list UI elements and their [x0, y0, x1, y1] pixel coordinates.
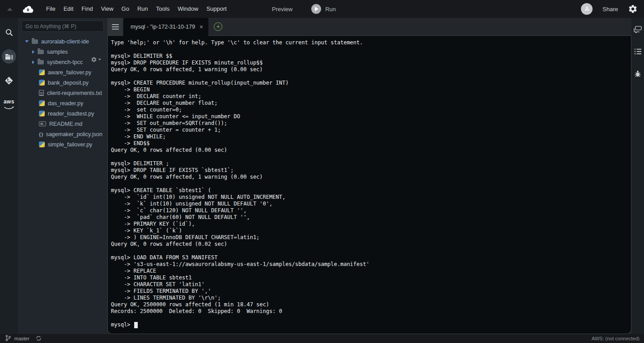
terminal-line: mysql> DELIMITER $$: [111, 53, 627, 60]
terminal-tab[interactable]: mysql - "ip-172-31-10-179 ×: [123, 18, 208, 36]
new-tab-button[interactable]: +: [214, 22, 222, 31]
collapse-menubar-icon[interactable]: [7, 8, 13, 11]
tree-item-label: simple_failover.py: [48, 141, 92, 148]
preview-button[interactable]: Preview: [272, 6, 292, 13]
menu-item[interactable]: Support: [202, 0, 231, 18]
tab-close-icon[interactable]: ×: [199, 23, 203, 30]
menu-item[interactable]: Window: [174, 0, 202, 18]
terminal-line: -> PRIMARY KEY (`id`),: [111, 221, 627, 227]
tree-item-label: README.md: [49, 121, 82, 127]
tree-root-label: auroralab-client-ide: [41, 39, 89, 45]
terminal-line: mysql> DROP TABLE IF EXISTS `sbtest1`;: [111, 167, 627, 174]
terminal-line: [111, 315, 627, 322]
terminal-line: -> INTO TABLE sbtest1: [111, 274, 627, 281]
chevron-right-icon[interactable]: [32, 50, 34, 54]
menu-list: FileEditFindViewGoRunToolsWindowSupport: [42, 0, 231, 18]
aws-icon[interactable]: aws: [2, 98, 16, 112]
terminal-line: -> WHILE counter <= input_number DO: [111, 113, 627, 120]
terminal-line: -> ) ENGINE=InnoDB DEFAULT CHARSET=latin…: [111, 234, 627, 241]
terminal-output: Type 'help;' or '\h' for help. Type '\c'…: [111, 39, 627, 322]
terminal[interactable]: Type 'help;' or '\h' for help. Type '\c'…: [107, 36, 631, 334]
run-label: Run: [325, 6, 336, 13]
tree-item-label: aware_failover.py: [48, 69, 91, 76]
collaborate-icon[interactable]: [634, 26, 642, 35]
terminal-cursor: [134, 322, 138, 328]
terminal-line: -> DECLARE counter int;: [111, 93, 627, 100]
aws-connection-status[interactable]: AWS: (not connected): [592, 336, 640, 341]
terminal-line: [111, 73, 627, 80]
terminal-line: mysql> DROP PROCEDURE IF EXISTS minute_r…: [111, 60, 627, 66]
terminal-prompt: mysql>: [111, 322, 134, 328]
menu-item[interactable]: Find: [77, 0, 97, 18]
preferences-gear-icon[interactable]: [628, 4, 638, 14]
file-tree-panel: auroralab-client-ide samples sysbench-tp…: [18, 18, 107, 334]
avatar[interactable]: A: [581, 3, 593, 15]
terminal-line: Type 'help;' or '\h' for help. Type '\c'…: [111, 39, 627, 46]
search-icon[interactable]: [2, 25, 16, 39]
terminal-line: -> `id` int(10) unsigned NOT NULL AUTO_I…: [111, 194, 627, 201]
file-type-icon: [39, 80, 45, 86]
chevron-down-icon[interactable]: [25, 40, 29, 43]
terminal-line: -> SET out_number=SQRT(rand());: [111, 120, 627, 127]
menu-item[interactable]: Tools: [152, 0, 174, 18]
menu-item[interactable]: Go: [118, 0, 133, 18]
terminal-line: mysql> CREATE PROCEDURE minute_rollup(in…: [111, 80, 627, 86]
tree-item[interactable]: README.md: [18, 119, 107, 129]
file-tree-icon[interactable]: [2, 49, 16, 64]
branch-name[interactable]: master: [14, 336, 30, 341]
menu-item[interactable]: Edit: [59, 0, 77, 18]
tree-item[interactable]: sagemaker_policy.json: [18, 129, 107, 139]
chevron-right-icon[interactable]: [32, 60, 34, 64]
tree-item[interactable]: client-requirements.txt: [18, 88, 107, 98]
git-branch-icon[interactable]: [5, 335, 11, 342]
menu-item[interactable]: View: [97, 0, 118, 18]
terminal-line: Query OK, 0 rows affected (0.00 sec): [111, 147, 627, 154]
terminal-line: -> set counter=0;: [111, 107, 627, 113]
tree-item-label: samples: [47, 49, 68, 55]
terminal-line: mysql> CREATE TABLE `sbtest1` (: [111, 187, 627, 194]
tree-settings-gear-icon[interactable]: [91, 56, 101, 63]
tree-item[interactable]: das_reader.py: [18, 98, 107, 108]
file-type-icon: [39, 132, 43, 137]
run-button[interactable]: Run: [311, 4, 336, 14]
file-type-icon: [39, 141, 45, 147]
terminal-line: Query OK, 0 rows affected, 1 warning (0.…: [111, 174, 627, 180]
sync-icon[interactable]: [36, 335, 42, 342]
tree-item[interactable]: simple_failover.py: [18, 139, 107, 150]
tree-item[interactable]: aware_failover.py: [18, 67, 107, 77]
terminal-line: mysql> LOAD DATA FROM S3 MANIFEST: [111, 254, 627, 261]
cloud9-logo-icon: 9: [21, 4, 34, 14]
file-type-icon: [38, 60, 44, 64]
terminal-line: mysql> DELIMITER ;: [111, 160, 627, 167]
terminal-line: -> BEGIN: [111, 86, 627, 93]
svg-text:9: 9: [27, 7, 29, 12]
menu-item[interactable]: Run: [133, 0, 152, 18]
terminal-line: Query OK, 2500000 rows affected (1 min 1…: [111, 301, 627, 308]
right-icon-strip: [631, 18, 644, 334]
tree-item-label: client-requirements.txt: [47, 90, 102, 96]
tree-item[interactable]: reader_loadtest.py: [18, 108, 107, 119]
terminal-line: [111, 46, 627, 53]
debugger-icon[interactable]: [634, 70, 641, 79]
git-icon[interactable]: [2, 73, 16, 88]
outline-icon[interactable]: [634, 48, 642, 56]
share-button[interactable]: Share: [602, 6, 618, 13]
tree-item[interactable]: bank_deposit.py: [18, 77, 107, 88]
goto-anything-input[interactable]: [21, 21, 104, 32]
play-icon[interactable]: [311, 4, 321, 14]
tree-item-label: reader_loadtest.py: [48, 111, 94, 117]
terminal-prompt-line: mysql>: [111, 322, 627, 328]
terminal-line: -> CHARACTER SET 'latin1': [111, 281, 627, 288]
terminal-line: -> END$$: [111, 140, 627, 147]
tree-item-label: bank_deposit.py: [48, 80, 89, 86]
tree-root-folder[interactable]: auroralab-client-ide: [18, 36, 107, 47]
menubar: 9 FileEditFindViewGoRunToolsWindowSuppor…: [0, 0, 644, 18]
menu-item[interactable]: File: [42, 0, 59, 18]
terminal-line: -> `c` char(120) NOT NULL DEFAULT '',: [111, 207, 627, 214]
panel-menu-icon[interactable]: [107, 18, 123, 35]
console-panel: mysql - "ip-172-31-10-179 × + Type 'help…: [107, 18, 631, 334]
terminal-line: Query OK, 0 rows affected, 1 warning (0.…: [111, 66, 627, 73]
terminal-line: -> `k` int(10) unsigned NOT NULL DEFAULT…: [111, 201, 627, 207]
terminal-line: -> REPLACE: [111, 268, 627, 274]
tree-item[interactable]: samples: [18, 47, 107, 57]
